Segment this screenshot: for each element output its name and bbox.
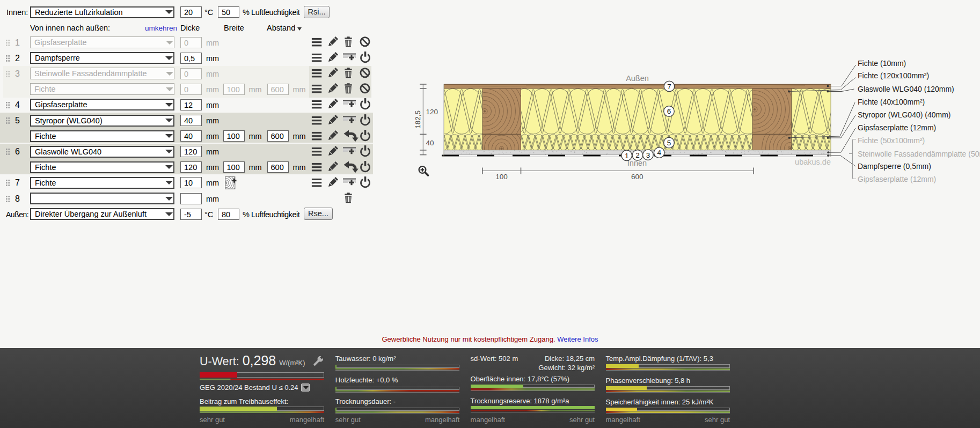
svg-text:2: 2 xyxy=(635,151,640,159)
svg-text:Fichte (10mm): Fichte (10mm) xyxy=(858,59,906,68)
svg-text:3: 3 xyxy=(646,151,650,159)
svg-text:1: 1 xyxy=(625,152,629,160)
svg-text:Fichte (50x100mm²): Fichte (50x100mm²) xyxy=(858,136,925,145)
svg-text:Gipsfaserplatte (12mm): Gipsfaserplatte (12mm) xyxy=(858,123,936,132)
svg-text:Styropor (WLG040) (40mm): Styropor (WLG040) (40mm) xyxy=(858,110,950,119)
svg-text:7: 7 xyxy=(667,83,671,91)
svg-text:4: 4 xyxy=(657,149,661,157)
svg-text:Gipsfaserplatte (12mm): Gipsfaserplatte (12mm) xyxy=(858,175,936,183)
svg-text:5: 5 xyxy=(667,139,671,147)
svg-text:40: 40 xyxy=(426,139,434,147)
svg-text:Glaswolle WLG040 (120mm): Glaswolle WLG040 (120mm) xyxy=(858,85,954,93)
svg-text:Steinwolle Fassadendämmplatte: Steinwolle Fassadendämmplatte (50mm) xyxy=(858,150,980,158)
svg-text:120: 120 xyxy=(426,108,438,116)
svg-text:Dampfsperre (0,5mm): Dampfsperre (0,5mm) xyxy=(858,162,931,171)
svg-text:Außen: Außen xyxy=(626,74,649,83)
svg-text:Fichte (40x100mm²): Fichte (40x100mm²) xyxy=(858,98,925,106)
svg-text:600: 600 xyxy=(631,173,643,181)
svg-text:Fichte (120x100mm²): Fichte (120x100mm²) xyxy=(858,71,929,80)
svg-text:182,5: 182,5 xyxy=(414,110,422,129)
svg-text:6: 6 xyxy=(667,107,671,115)
svg-text:100: 100 xyxy=(495,173,508,181)
svg-text:ubakus.de: ubakus.de xyxy=(795,158,831,166)
